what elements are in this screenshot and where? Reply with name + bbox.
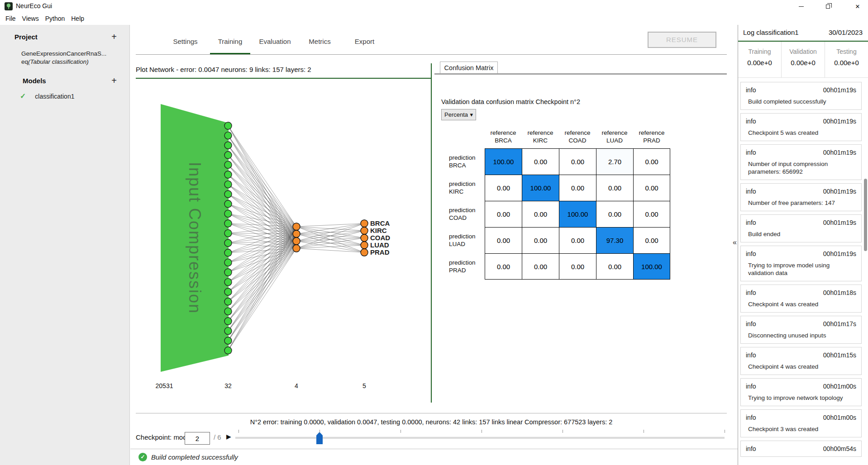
cm-cell: 0.00: [559, 253, 596, 280]
model-status-check-icon: ✓: [20, 92, 26, 100]
log-title: Log classification1: [743, 28, 799, 36]
svg-text:LUAD: LUAD: [370, 241, 389, 249]
add-model-button[interactable]: +: [109, 76, 119, 86]
cm-cell: 97.30: [596, 227, 633, 253]
col-header-COAD: referenceCOAD: [559, 125, 596, 148]
tab-divider: [136, 54, 727, 55]
log-entry: info00h01m17sDisconnecting unused inputs: [740, 316, 862, 344]
log-scrollbar[interactable]: [864, 79, 868, 464]
log-entry: info00h01m18sCheckpoint 4 was created: [740, 285, 862, 313]
col-header-KIRC: referenceKIRC: [522, 125, 559, 148]
tab-training[interactable]: Training: [208, 32, 253, 55]
project-section-label: Project: [14, 33, 38, 41]
tab-evaluation[interactable]: Evaluation: [253, 32, 297, 55]
play-button[interactable]: ▶: [226, 433, 231, 440]
project-item[interactable]: GeneExpressionCancerRnaS... eq(Tabular c…: [21, 50, 106, 66]
slider-thumb[interactable]: [316, 432, 323, 444]
col-header-PRAD: referencePRAD: [633, 125, 670, 148]
cm-cell: 0.00: [633, 227, 670, 253]
add-project-button[interactable]: +: [109, 32, 119, 42]
cm-cell: 100.00: [485, 148, 522, 175]
resume-button[interactable]: RESUME: [648, 32, 716, 48]
menu-help[interactable]: Help: [71, 13, 84, 25]
display-mode-dropdown[interactable]: Percenta ▾: [441, 109, 476, 120]
project-name-line1: GeneExpressionCancerRnaS...: [21, 50, 106, 58]
plot-header-underline: [136, 78, 431, 79]
model-name: classification1: [35, 93, 74, 100]
dropdown-value: Percenta: [444, 111, 468, 118]
cm-cell: 100.00: [559, 201, 596, 227]
menu-file[interactable]: File: [5, 13, 16, 25]
svg-text:4: 4: [295, 382, 298, 389]
cm-cell: 0.00: [522, 227, 559, 253]
confusion-subtitle: Validation data confusion matrix Checkpo…: [441, 98, 580, 105]
log-entry: info00h01m19sCheckpoint 5 was created: [740, 113, 862, 141]
cm-cell: 0.00: [633, 175, 670, 201]
log-scrollbar-thumb[interactable]: [864, 179, 867, 251]
close-icon[interactable]: ✕: [847, 0, 868, 13]
confusion-table: referenceBRCAreferenceKIRCreferenceCOADr…: [441, 125, 670, 280]
success-check-icon: ✓: [138, 453, 147, 461]
row-header-BRCA: predictionBRCA: [441, 148, 485, 175]
log-entries-list: info00h01m19sBuild completed successfull…: [739, 78, 863, 465]
col-header-LUAD: referenceLUAD: [596, 125, 633, 148]
tab-settings[interactable]: Settings: [163, 32, 208, 55]
cm-cell: 0.00: [522, 201, 559, 227]
chevron-down-icon: ▾: [470, 111, 473, 118]
row-header-PRAD: predictionPRAD: [441, 253, 485, 280]
cm-cell: 0.00: [559, 148, 596, 175]
tab-export[interactable]: Export: [342, 32, 387, 55]
app-logo-icon: [5, 2, 13, 10]
minimize-icon[interactable]: [791, 0, 811, 13]
restore-icon[interactable]: [817, 0, 838, 13]
tab-metrics[interactable]: Metrics: [297, 32, 342, 55]
cm-cell: 0.00: [522, 148, 559, 175]
checkpoint-slider[interactable]: [235, 429, 726, 446]
cm-cell: 2.70: [596, 148, 633, 175]
log-entry: info00h01m19sNumber of input compression…: [740, 144, 862, 180]
collapse-log-handle[interactable]: «: [733, 238, 737, 247]
slider-tick: [238, 430, 239, 433]
row-header-KIRC: predictionKIRC: [441, 175, 485, 201]
sidebar-item-classification1[interactable]: ✓ classification1: [20, 92, 74, 100]
svg-text:Input Compression: Input Compression: [186, 162, 204, 314]
log-entry: info00h01m15sCheckpoint 4 was created: [740, 347, 862, 375]
cm-cell: 0.00: [485, 227, 522, 253]
log-entry: info00h01m19sNumber of free parameters: …: [740, 183, 862, 211]
network-plot: Input CompressionBRCAKIRCCOADLUADPRAD205…: [136, 81, 430, 396]
tab-confusion-matrix[interactable]: Confusion Matrix: [440, 62, 498, 74]
slider-tick: [401, 430, 401, 433]
svg-text:5: 5: [362, 382, 366, 389]
slider-tick: [725, 430, 725, 433]
main-tab-bar: SettingsTrainingEvaluationMetricsExport: [163, 32, 387, 55]
cm-cell: 100.00: [633, 253, 670, 280]
menu-bar: FileViewsPythonHelp: [0, 13, 868, 25]
menu-views[interactable]: Views: [22, 13, 39, 25]
slider-tick: [644, 430, 644, 433]
col-header-BRCA: referenceBRCA: [485, 125, 522, 148]
svg-text:20531: 20531: [156, 382, 173, 389]
cm-cell: 0.00: [596, 175, 633, 201]
log-metric-validation: Validation0.00e+0: [781, 42, 825, 77]
checkpoint-summary: N°2 error: training 0.0000, validation 0…: [136, 418, 727, 426]
plot-panel-divider: [431, 63, 432, 403]
cm-cell: 0.00: [485, 201, 522, 227]
slider-tick: [482, 430, 482, 433]
status-message: Build completed successfully: [151, 453, 238, 461]
slider-tick: [563, 430, 563, 433]
log-metrics: Training0.00e+0Validation0.00e+0Testing0…: [738, 42, 868, 78]
menu-python[interactable]: Python: [45, 13, 65, 25]
confusion-tab-underline: [434, 73, 727, 75]
log-entry: info00h01m00sTrying to improve network t…: [740, 378, 862, 406]
title-bar: NeurEco Gui ✕: [0, 0, 868, 13]
log-entry: info00h00m54s: [740, 441, 862, 457]
slider-track[interactable]: [235, 437, 725, 439]
checkpoint-input[interactable]: [185, 432, 210, 445]
cm-cell: 100.00: [522, 175, 559, 201]
log-metric-testing: Testing0.00e+0: [825, 42, 868, 77]
cm-cell: 0.00: [559, 227, 596, 253]
checkpoint-label: Checkpoint: model: [136, 433, 192, 441]
project-sidebar: Project + GeneExpressionCancerRnaS... eq…: [0, 25, 130, 465]
cm-cell: 0.00: [633, 201, 670, 227]
window-title: NeurEco Gui: [16, 2, 52, 9]
